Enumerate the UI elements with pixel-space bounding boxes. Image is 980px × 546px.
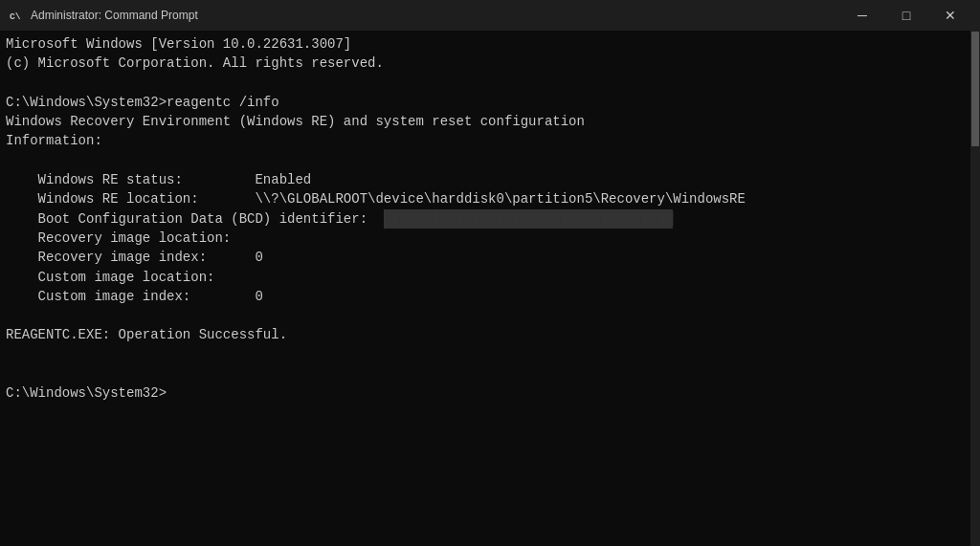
redacted-identifier: ████████████████████████████████████ [384,209,673,229]
output-line-12: Recovery image index: 0 [6,250,263,265]
cmd-window: C\ Administrator: Command Prompt ─ □ ✕ M… [0,0,980,546]
output-line-8: Windows RE status: Enabled [6,172,311,187]
content-area: Microsoft Windows [Version 10.0.22631.30… [0,31,980,546]
output-line-4: C:\Windows\System32>reagentc /info [6,95,279,110]
close-button[interactable]: ✕ [928,0,972,31]
scrollbar[interactable] [970,31,980,546]
title-bar: C\ Administrator: Command Prompt ─ □ ✕ [0,0,980,31]
output-line-11: Recovery image location: [6,230,231,246]
output-line-19: C:\Windows\System32> [6,385,167,401]
output-line-14: Custom image index: 0 [6,289,263,304]
scrollbar-thumb[interactable] [971,32,979,146]
output-line-2: (c) Microsoft Corporation. All rights re… [6,55,384,71]
output-line-6: Information: [6,133,102,148]
window-title: Administrator: Command Prompt [31,9,840,22]
output-line-16: REAGENTC.EXE: Operation Successful. [6,327,287,342]
maximize-button[interactable]: □ [884,0,928,31]
minimize-button[interactable]: ─ [840,0,884,31]
terminal-output[interactable]: Microsoft Windows [Version 10.0.22631.30… [0,31,970,546]
output-line-5: Windows Recovery Environment (Windows RE… [6,114,585,129]
output-line-10: Boot Configuration Data (BCD) identifier… [6,211,673,227]
output-line-1: Microsoft Windows [Version 10.0.22631.30… [6,36,351,52]
svg-text:C\: C\ [10,11,21,22]
output-line-9: Windows RE location: \\?\GLOBALROOT\devi… [6,191,746,207]
cmd-icon: C\ [8,8,23,23]
output-line-13: Custom image location: [6,270,214,285]
window-controls: ─ □ ✕ [840,0,972,31]
